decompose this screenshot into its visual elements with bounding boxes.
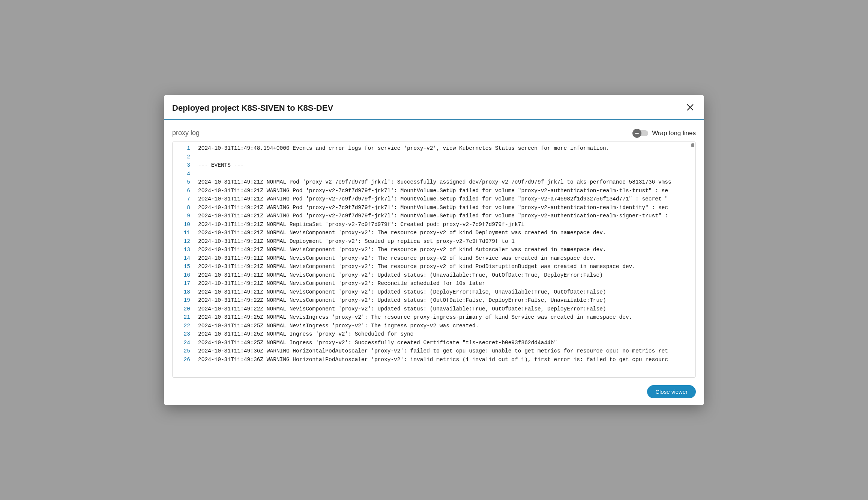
line-number: 17 — [173, 279, 190, 288]
line-number: 20 — [173, 305, 190, 313]
close-button[interactable] — [685, 102, 696, 114]
log-subheader: proxy log Wrap long lines — [164, 120, 704, 142]
line-number: 13 — [173, 245, 190, 254]
line-number: 11 — [173, 229, 190, 237]
log-line: 2024-10-31T11:49:21Z WARNING Pod 'proxy-… — [198, 203, 692, 212]
close-viewer-button[interactable]: Close viewer — [647, 385, 696, 398]
log-line: 2024-10-31T11:49:22Z NORMAL NevisCompone… — [198, 305, 692, 313]
line-number: 10 — [173, 220, 190, 229]
log-line: 2024-10-31T11:49:21Z NORMAL Pod 'proxy-v… — [198, 178, 692, 187]
log-line: 2024-10-31T11:49:25Z NORMAL Ingress 'pro… — [198, 330, 692, 339]
wrap-lines-toggle[interactable] — [633, 130, 648, 136]
log-viewer-modal: Deployed project K8S-SIVEN to K8S-DEV pr… — [164, 95, 704, 405]
log-line: 2024-10-31T11:49:21Z WARNING Pod 'proxy-… — [198, 212, 692, 220]
line-number: 26 — [173, 355, 190, 364]
log-scroll-area[interactable]: 2024-10-31T11:49:48.194+0000 Events and … — [194, 142, 695, 377]
log-line: 2024-10-31T11:49:48.194+0000 Events and … — [198, 144, 692, 153]
modal-title: Deployed project K8S-SIVEN to K8S-DEV — [172, 103, 333, 113]
line-number: 14 — [173, 254, 190, 263]
log-line: 2024-10-31T11:49:22Z NORMAL NevisCompone… — [198, 296, 692, 305]
log-line: 2024-10-31T11:49:21Z NORMAL NevisCompone… — [198, 262, 692, 271]
log-section-label: proxy log — [172, 129, 200, 137]
line-number: 18 — [173, 288, 190, 297]
line-number: 25 — [173, 347, 190, 355]
log-line: 2024-10-31T11:49:36Z WARNING HorizontalP… — [198, 347, 692, 355]
log-line: 2024-10-31T11:49:21Z NORMAL NevisCompone… — [198, 271, 692, 280]
line-number: 6 — [173, 187, 190, 195]
line-number-gutter: 1234567891011121314151617181920212223242… — [173, 142, 194, 377]
log-line: 2024-10-31T11:49:21Z WARNING Pod 'proxy-… — [198, 187, 692, 195]
wrap-lines-control: Wrap long lines — [633, 130, 696, 137]
log-line: 2024-10-31T11:49:21Z NORMAL NevisCompone… — [198, 288, 692, 297]
line-number: 5 — [173, 178, 190, 187]
modal-header: Deployed project K8S-SIVEN to K8S-DEV — [164, 95, 704, 120]
log-line: --- EVENTS --- — [198, 161, 692, 170]
scrollbar-thumb[interactable] — [691, 143, 694, 147]
minus-icon — [632, 129, 641, 138]
modal-footer: Close viewer — [164, 382, 704, 405]
line-number: 16 — [173, 271, 190, 280]
log-line — [198, 153, 692, 161]
line-number: 12 — [173, 237, 190, 246]
log-line: 2024-10-31T11:49:25Z NORMAL NevisIngress… — [198, 313, 692, 322]
line-number: 2 — [173, 153, 190, 161]
line-number: 1 — [173, 144, 190, 153]
log-line: 2024-10-31T11:49:36Z WARNING HorizontalP… — [198, 355, 692, 364]
line-number: 7 — [173, 195, 190, 203]
line-number: 24 — [173, 339, 190, 347]
log-line: 2024-10-31T11:49:21Z NORMAL NevisCompone… — [198, 279, 692, 288]
line-number: 8 — [173, 203, 190, 212]
log-editor: 1234567891011121314151617181920212223242… — [172, 142, 696, 378]
line-number: 4 — [173, 170, 190, 178]
log-line: 2024-10-31T11:49:21Z NORMAL NevisCompone… — [198, 229, 692, 237]
log-line: 2024-10-31T11:49:21Z NORMAL ReplicaSet '… — [198, 220, 692, 229]
log-line: 2024-10-31T11:49:21Z WARNING Pod 'proxy-… — [198, 195, 692, 203]
line-number: 15 — [173, 262, 190, 271]
log-line: 2024-10-31T11:49:25Z NORMAL Ingress 'pro… — [198, 339, 692, 347]
log-line — [198, 170, 692, 178]
wrap-lines-label: Wrap long lines — [652, 130, 696, 137]
line-number: 19 — [173, 296, 190, 305]
log-line: 2024-10-31T11:49:21Z NORMAL NevisCompone… — [198, 254, 692, 263]
log-line: 2024-10-31T11:49:21Z NORMAL Deployment '… — [198, 237, 692, 246]
line-number: 9 — [173, 212, 190, 220]
line-number: 22 — [173, 322, 190, 330]
log-content: 2024-10-31T11:49:48.194+0000 Events and … — [194, 142, 695, 366]
log-line: 2024-10-31T11:49:21Z NORMAL NevisCompone… — [198, 245, 692, 254]
line-number: 3 — [173, 161, 190, 170]
close-icon — [686, 103, 694, 113]
line-number: 23 — [173, 330, 190, 339]
log-line: 2024-10-31T11:49:25Z NORMAL NevisIngress… — [198, 322, 692, 330]
line-number: 21 — [173, 313, 190, 322]
